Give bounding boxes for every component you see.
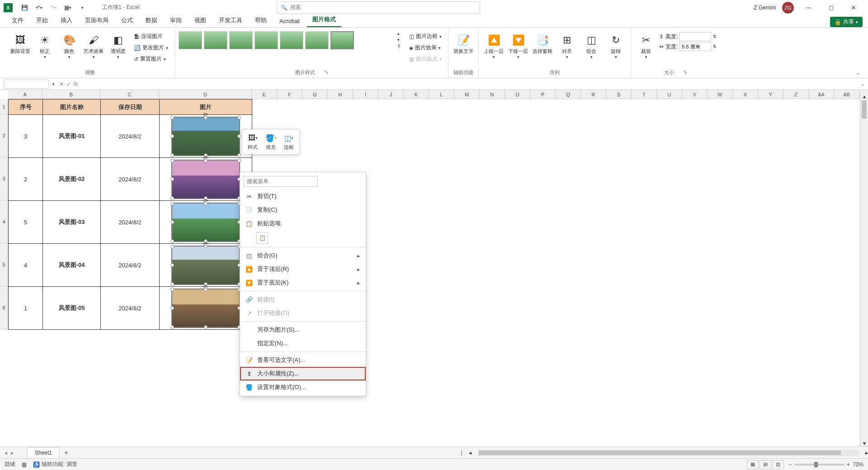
style-item-selected[interactable] [330, 31, 354, 49]
qat-more-icon[interactable]: ▦▾ [61, 1, 74, 14]
maximize-button[interactable]: ▢ [823, 1, 839, 14]
transparency-button[interactable]: ◧透明度▾ [107, 31, 129, 62]
cell-num[interactable]: 4 [9, 244, 43, 287]
style-item[interactable] [229, 31, 253, 49]
tab-data[interactable]: 数据 [140, 14, 163, 27]
row-header[interactable]: 1 [0, 99, 8, 114]
landscape-image[interactable]: ⟳ [172, 289, 240, 328]
sheet-tab[interactable]: Sheet1 [27, 447, 60, 458]
resize-handle[interactable] [170, 220, 174, 224]
landscape-image[interactable]: ⟳ [172, 246, 240, 285]
cell-num[interactable]: 1 [9, 287, 43, 330]
style-item[interactable] [179, 31, 202, 49]
picture-border-button[interactable]: ◫ 图片边框 ▾ [406, 31, 444, 42]
resize-handle[interactable] [170, 202, 174, 205]
tab-layout[interactable]: 页面布局 [80, 14, 114, 27]
scroll-thumb[interactable] [479, 451, 841, 455]
resize-handle[interactable] [204, 325, 208, 329]
column-header[interactable]: M [454, 90, 480, 99]
style-item[interactable] [204, 31, 227, 49]
column-header[interactable]: AA [809, 90, 834, 99]
resize-handle[interactable] [170, 245, 174, 248]
column-header[interactable]: Y [758, 90, 783, 99]
menu-bring-top[interactable]: 🔼置于顶层(R)▸ [240, 262, 366, 276]
column-header[interactable]: U [657, 90, 682, 99]
size-launcher-icon[interactable]: ⤡ [683, 69, 687, 75]
resize-handle[interactable] [170, 325, 174, 329]
cell-picture[interactable]: ⟳ [160, 115, 252, 158]
column-header[interactable]: B [42, 90, 100, 99]
redo-icon[interactable]: ↷▾ [47, 1, 60, 14]
compress-pictures-button[interactable]: 🗜 压缩图片 [131, 31, 171, 42]
cell-date[interactable]: 2024/8/2 [101, 115, 160, 158]
column-header[interactable]: Z [783, 90, 809, 99]
change-picture-button[interactable]: 🔄 更改图片 ▾ [131, 43, 171, 53]
cell-name[interactable]: 风景图-01 [43, 115, 101, 158]
column-header[interactable]: C [100, 90, 159, 99]
view-normal-button[interactable]: ▦ [747, 460, 759, 469]
menu-assign-macro[interactable]: 指定宏(N)... [240, 337, 366, 350]
cell-picture[interactable]: ⟳ [160, 201, 252, 244]
resize-handle[interactable] [170, 239, 174, 243]
align-button[interactable]: ⊞对齐▾ [556, 31, 578, 62]
menu-group[interactable]: ◫组合(G)▸ [240, 249, 366, 262]
alt-text-button[interactable]: 📝替换文字 [452, 31, 475, 56]
gallery-up-icon[interactable]: ▴ [397, 31, 405, 36]
selection-pane-button[interactable]: 📑选择窗格 [531, 31, 554, 56]
sheet-nav-next-icon[interactable]: ▸ [11, 450, 14, 456]
cell-name[interactable]: 风景图-02 [43, 158, 101, 201]
spreadsheet-grid[interactable]: ABCDEFGHIJKLMNOPQRSTUVWXYZAAAB 123456 序号… [0, 90, 868, 425]
tab-home[interactable]: 开始 [31, 14, 53, 27]
group-button[interactable]: ◫组合▾ [580, 31, 603, 62]
tab-file[interactable]: 文件 [6, 14, 29, 27]
menu-copy[interactable]: 📄复制(C) [240, 203, 366, 217]
ribbon-collapse-icon[interactable]: ⌄ [854, 68, 863, 78]
view-page-break-button[interactable]: ▥ [772, 460, 784, 469]
landscape-image[interactable]: ⟳ [172, 203, 240, 242]
column-header[interactable]: S [606, 90, 632, 99]
picture-effects-button[interactable]: ◈ 图片效果 ▾ [406, 43, 444, 53]
landscape-image[interactable]: ⟳ [172, 117, 240, 156]
cell-name[interactable]: 风景图-03 [43, 201, 101, 244]
artistic-effects-button[interactable]: 🖌艺术效果▾ [82, 31, 105, 62]
tab-acrobat[interactable]: Acrobat [274, 15, 305, 27]
picture-style-gallery[interactable] [179, 31, 396, 49]
cell-date[interactable]: 2024/8/2 [101, 201, 160, 244]
send-backward-button[interactable]: 🔽下移一层▾ [507, 31, 529, 62]
tab-picture-format[interactable]: 图片格式 [307, 13, 341, 27]
menu-cut[interactable]: ✂剪切(T) [240, 190, 366, 203]
resize-handle[interactable] [237, 153, 241, 157]
color-button[interactable]: 🎨颜色▾ [58, 31, 80, 62]
row-header[interactable]: 2 [0, 114, 8, 157]
cell-picture[interactable]: ⟳ [160, 244, 252, 287]
scroll-down-icon[interactable]: ▾ [860, 440, 868, 446]
tab-devtools[interactable]: 开发工具 [213, 14, 248, 27]
rotate-button[interactable]: ↻旋转▾ [604, 31, 627, 62]
cell-picture[interactable]: ⟳ [160, 158, 252, 201]
column-header[interactable]: X [733, 90, 758, 99]
column-header[interactable]: W [708, 90, 733, 99]
column-headers[interactable]: ABCDEFGHIJKLMNOPQRSTUVWXYZAAAB [8, 90, 868, 99]
column-header[interactable]: E [252, 90, 277, 99]
menu-alt-text[interactable]: 📝查看可选文字(A)... [240, 353, 366, 367]
resize-handle[interactable] [204, 288, 208, 291]
style-item[interactable] [305, 31, 329, 49]
column-header[interactable]: T [632, 90, 657, 99]
crop-button[interactable]: ✂裁剪▾ [635, 31, 657, 62]
menu-size-properties[interactable]: ⇕大小和属性(Z)... [240, 367, 366, 380]
cell-picture[interactable]: ⟳ [160, 287, 252, 330]
resize-handle[interactable] [170, 153, 174, 157]
add-sheet-button[interactable]: + [60, 449, 73, 457]
column-header[interactable]: O [505, 90, 530, 99]
zoom-in-button[interactable]: + [847, 461, 850, 468]
cell-num[interactable]: 3 [9, 115, 43, 158]
remove-background-button[interactable]: 🖼删除背景 [9, 31, 32, 56]
enter-formula-icon[interactable]: ✓ [66, 81, 71, 87]
tab-formulas[interactable]: 公式 [116, 14, 138, 27]
style-item[interactable] [255, 31, 278, 49]
name-box-dropdown[interactable]: ▾ [52, 82, 55, 86]
mini-outline-button[interactable]: ◫▾边框 [280, 131, 297, 152]
menu-search-input[interactable] [244, 176, 318, 187]
resize-handle[interactable] [204, 159, 208, 162]
zoom-slider[interactable] [794, 464, 844, 465]
